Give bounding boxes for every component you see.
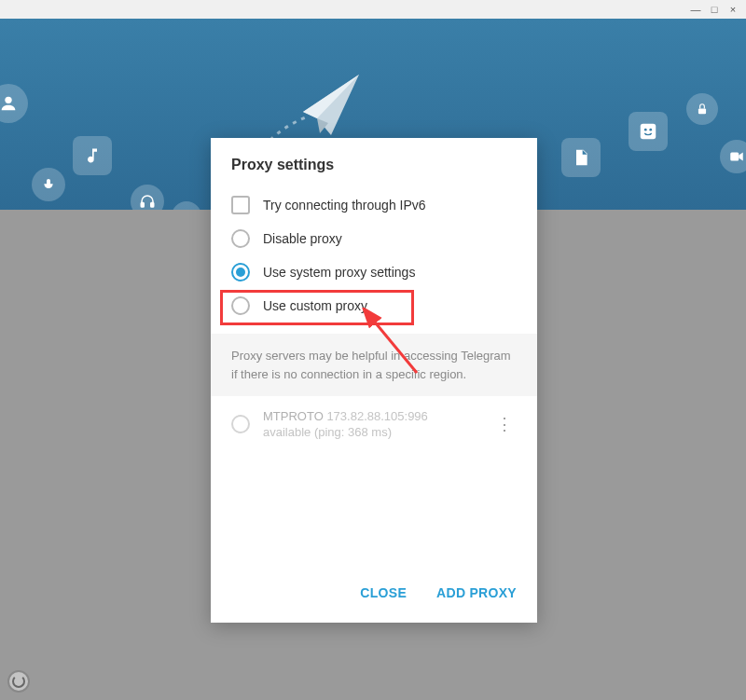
svg-point-6 [644,129,647,131]
proxy-protocol: MTPROTO [263,409,324,423]
svg-rect-3 [151,203,154,208]
svg-rect-9 [730,153,739,161]
lock-icon [686,93,718,125]
proxy-info: MTPROTO 173.82.88.105:996 available (pin… [263,409,479,439]
person-icon [0,84,28,123]
dialog-title: Proxy settings [211,138,537,188]
dialog-footer: CLOSE ADD PROXY [211,567,537,623]
proxy-address: 173.82.88.105:996 [326,409,427,423]
option-ipv6[interactable]: Try connecting through IPv6 [231,188,517,222]
music-note-icon [73,136,112,175]
option-label: Use system proxy settings [263,265,415,280]
option-label: Disable proxy [263,231,342,246]
option-disable-proxy[interactable]: Disable proxy [231,222,517,255]
close-button[interactable]: CLOSE [356,580,410,606]
checkbox-icon [231,196,250,214]
option-label: Try connecting through IPv6 [263,198,426,213]
add-proxy-button[interactable]: ADD PROXY [433,580,520,606]
close-window-button[interactable]: × [727,4,739,15]
headphones-icon [131,185,164,210]
maximize-button[interactable]: □ [709,4,720,15]
svg-rect-5 [641,124,656,140]
svg-rect-8 [698,108,706,114]
info-text: Proxy servers may be helpful in accessin… [211,334,537,396]
proxy-settings-dialog: Proxy settings Try connecting through IP… [211,138,537,623]
option-label: Use custom proxy [263,298,367,313]
radio-icon [231,229,250,248]
smile-sticker-icon [629,112,668,151]
radio-icon [231,415,250,433]
more-options-icon[interactable]: ⋮ [492,410,517,438]
svg-point-7 [649,129,652,131]
radio-icon [231,263,250,281]
mic-icon [32,168,65,201]
proxy-list-item[interactable]: MTPROTO 173.82.88.105:996 available (pin… [211,396,537,452]
svg-point-0 [5,97,11,103]
window-title-bar: — □ × [0,0,746,19]
svg-rect-2 [141,203,144,208]
option-custom-proxy[interactable]: Use custom proxy [231,289,517,323]
minimize-button[interactable]: — [690,4,701,15]
proxy-options-list: Try connecting through IPv6 Disable prox… [211,188,537,323]
refresh-icon[interactable] [7,670,30,693]
option-system-proxy[interactable]: Use system proxy settings [231,255,517,289]
radio-icon [231,296,250,315]
proxy-status: available (ping: 368 ms) [263,425,479,439]
document-icon [561,138,601,177]
video-icon [720,140,746,173]
camera-icon [172,201,201,210]
